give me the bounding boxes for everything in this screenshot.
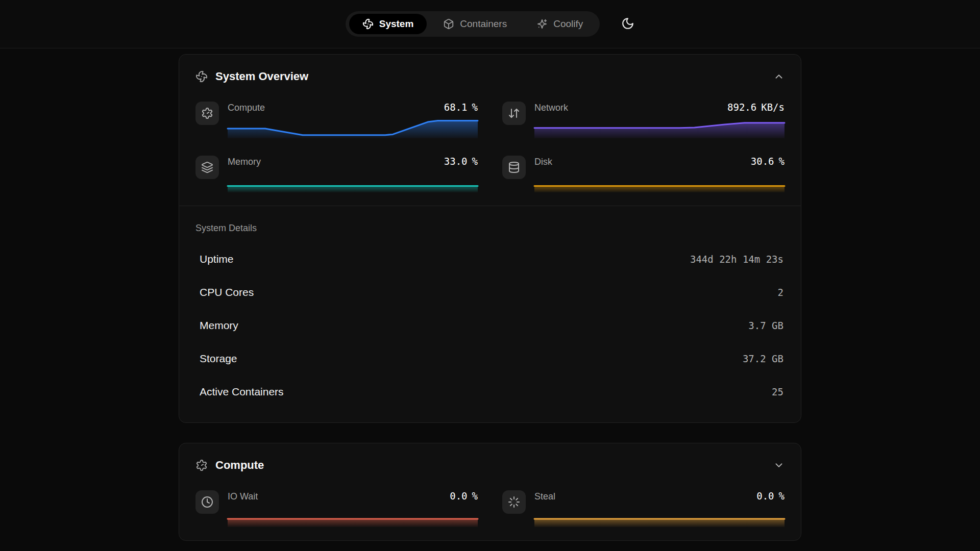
detail-row-active-containers: Active Containers 25 (195, 375, 785, 409)
detail-label: Active Containers (200, 385, 284, 398)
tab-coolify[interactable]: Coolify (523, 14, 596, 34)
system-overview-card: System Overview Compute 68.1% Network 89… (179, 54, 801, 423)
gauge-icon (195, 459, 208, 471)
loader-icon (502, 490, 526, 514)
tab-containers-label: Containers (460, 18, 507, 30)
box-icon (443, 18, 454, 30)
detail-label: Uptime (200, 253, 234, 266)
detail-label: Storage (200, 352, 237, 365)
detail-value: 3.7 GB (748, 320, 783, 331)
system-overview-header[interactable]: System Overview (179, 55, 801, 99)
metric-disk: Disk 30.6% (502, 156, 785, 192)
tab-coolify-label: Coolify (553, 18, 583, 30)
disk-sparkline (534, 171, 785, 192)
chevron-up-icon[interactable] (773, 71, 785, 82)
layers-icon (195, 156, 219, 179)
metric-steal-label: Steal (534, 491, 555, 502)
compute-sparkline (228, 117, 478, 138)
detail-value: 25 (772, 386, 783, 397)
theme-toggle-button[interactable] (621, 17, 634, 32)
memory-sparkline (228, 171, 478, 192)
metric-compute: Compute 68.1% (195, 102, 478, 138)
detail-label: Memory (200, 319, 238, 332)
metric-compute-value: 68.1% (444, 102, 478, 113)
main-nav: System Containers Coolify (346, 11, 600, 37)
io-wait-sparkline (228, 506, 478, 527)
metric-network-label: Network (534, 103, 568, 113)
system-details-heading: System Details (195, 222, 785, 234)
metric-disk-value: 30.6% (751, 156, 785, 167)
system-overview-title: System Overview (215, 69, 308, 84)
tab-system-label: System (379, 18, 414, 30)
metric-compute-label: Compute (228, 103, 265, 113)
chevron-down-icon[interactable] (773, 460, 785, 471)
metric-io-wait-value: 0.0% (450, 490, 478, 502)
metric-steal-value: 0.0% (756, 490, 785, 502)
compute-card-title: Compute (215, 458, 264, 473)
detail-row-uptime: Uptime 344d 22h 14m 23s (195, 243, 785, 276)
metric-network: Network 892.6KB/s (502, 102, 785, 138)
detail-row-cpu-cores: CPU Cores 2 (195, 276, 785, 309)
metric-io-wait-label: IO Wait (228, 491, 258, 502)
system-details-section: System Details Uptime 344d 22h 14m 23s C… (179, 206, 801, 422)
metric-memory-label: Memory (228, 157, 261, 167)
arrow-down-up-icon (502, 102, 526, 125)
compute-metrics-grid: IO Wait 0.0% Steal 0.0% (179, 488, 801, 540)
overview-metrics-grid: Compute 68.1% Network 892.6KB/s Memory (179, 99, 801, 206)
metric-disk-label: Disk (534, 157, 552, 167)
network-sparkline (534, 117, 785, 138)
tab-containers[interactable]: Containers (430, 14, 520, 34)
detail-value: 37.2 GB (743, 353, 783, 364)
steal-sparkline (534, 506, 785, 527)
tab-system[interactable]: System (349, 14, 427, 34)
detail-value: 344d 22h 14m 23s (690, 254, 783, 265)
fan-icon (362, 18, 374, 30)
clock-icon (195, 490, 219, 514)
gauge-icon (195, 102, 219, 125)
detail-row-storage: Storage 37.2 GB (195, 342, 785, 375)
detail-label: CPU Cores (200, 286, 254, 299)
sparkles-icon (536, 18, 548, 30)
compute-card-header[interactable]: Compute (179, 443, 801, 488)
fan-icon (195, 70, 208, 83)
metric-io-wait: IO Wait 0.0% (195, 490, 478, 527)
metric-memory: Memory 33.0% (195, 156, 478, 192)
top-bar: System Containers Coolify (0, 0, 980, 48)
detail-value: 2 (778, 287, 783, 298)
compute-card: Compute IO Wait 0.0% Steal 0.0% (179, 443, 801, 541)
metric-memory-value: 33.0% (444, 156, 478, 167)
detail-row-memory: Memory 3.7 GB (195, 309, 785, 342)
moon-icon (621, 17, 634, 32)
metric-network-value: 892.6KB/s (727, 102, 785, 113)
metric-steal: Steal 0.0% (502, 490, 785, 527)
database-icon (502, 156, 526, 179)
